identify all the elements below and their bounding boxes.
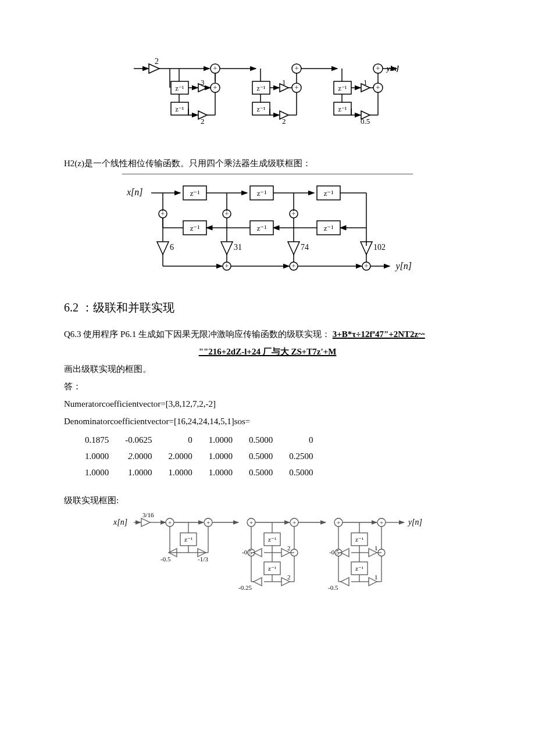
svg-text:z⁻¹: z⁻¹ (257, 189, 267, 198)
svg-text:x[n]: x[n] (113, 518, 127, 526)
svg-text:+: + (365, 262, 369, 270)
cascade-figure-label: 级联实现框图: (64, 493, 471, 507)
svg-text:y[n]: y[n] (407, 518, 422, 526)
denominator-vec: Denominatorcoefficientvector=[16,24,24,1… (64, 414, 471, 428)
diagram-3: x[n] 3/16 + + z⁻¹ -0.5 -1/3 + + z⁻¹ (64, 512, 471, 615)
svg-marker-112 (221, 242, 233, 255)
svg-text:x[n]: x[n] (126, 187, 143, 197)
svg-text:+: + (380, 519, 383, 526)
svg-text:2: 2 (287, 544, 291, 551)
svg-text:+: + (161, 210, 165, 218)
svg-text:3/16: 3/16 (142, 512, 154, 518)
svg-text:z⁻¹: z⁻¹ (184, 536, 192, 543)
svg-text:z⁻¹: z⁻¹ (324, 224, 334, 232)
draw-prompt: 画出级联实现的框图。 (64, 362, 471, 376)
numerator-vec: Numeratorcoefficientvector=[3,8,12,7,2,-… (64, 397, 471, 411)
svg-text:z⁻¹: z⁻¹ (257, 224, 267, 232)
svg-text:z⁻¹: z⁻¹ (355, 565, 363, 572)
svg-text:z⁻¹: z⁻¹ (190, 189, 200, 198)
svg-text:6: 6 (170, 243, 174, 252)
svg-text:z⁻¹: z⁻¹ (257, 84, 266, 92)
svg-text:+: + (294, 64, 298, 73)
divider (122, 174, 413, 174)
svg-text:-0.5: -0.5 (329, 549, 340, 556)
svg-text:1: 1 (282, 78, 286, 87)
svg-marker-220 (341, 578, 349, 586)
svg-text:+: + (213, 64, 217, 73)
table-row: 1.00001.00001.0000 1.00000.50000.5000 (64, 464, 330, 481)
svg-text:-0.25: -0.25 (238, 584, 252, 591)
svg-text:-0.5: -0.5 (242, 549, 252, 556)
svg-text:-1/3: -1/3 (198, 556, 208, 562)
svg-text:-0.5: -0.5 (328, 584, 338, 591)
answer-label: 答： (64, 379, 471, 393)
svg-text:yin]: yin] (386, 64, 399, 73)
diagram-1: 2 + z⁻¹ 3 + z⁻¹ 2 + z⁻¹ (64, 57, 471, 148)
svg-text:2: 2 (287, 574, 291, 581)
svg-text:+: + (337, 519, 340, 526)
svg-text:+: + (292, 210, 296, 218)
svg-text:3: 3 (201, 78, 205, 87)
q63-line: Q6.3 使用程序 P6.1 生成如下因果无限冲激响应传输函数的级联实现： 3+… (64, 327, 471, 341)
svg-text:z⁻¹: z⁻¹ (268, 536, 276, 543)
svg-text:z⁻¹: z⁻¹ (257, 105, 266, 113)
q63-formula-1: 3+B*τ÷12fª47"+2NT2z~· (333, 329, 425, 339)
svg-marker-136 (141, 518, 150, 526)
svg-text:z⁻¹: z⁻¹ (176, 105, 184, 113)
svg-text:y[n]: y[n] (394, 261, 412, 271)
svg-marker-115 (288, 242, 299, 255)
svg-text:+: + (294, 83, 298, 92)
svg-text:+: + (213, 83, 217, 92)
svg-text:+: + (225, 262, 229, 270)
svg-text:+: + (206, 519, 210, 526)
sos-table: 0.1875-0.06250 1.00000.50000 1.00002.000… (64, 432, 330, 481)
svg-text:2: 2 (155, 57, 159, 66)
svg-text:2: 2 (282, 117, 286, 126)
svg-text:+: + (225, 210, 229, 218)
svg-marker-184 (254, 578, 262, 586)
svg-marker-109 (157, 242, 169, 255)
svg-text:102: 102 (373, 243, 386, 252)
section-title: 6.2 ：级联和并联实现 (64, 298, 471, 317)
svg-text:1: 1 (374, 544, 378, 551)
svg-text:z⁻¹: z⁻¹ (268, 565, 276, 572)
svg-text:+: + (168, 519, 172, 526)
svg-text:+: + (249, 519, 253, 526)
svg-text:z⁻¹: z⁻¹ (338, 84, 347, 92)
table-row: 1.00002.00002.0000 1.00000.50000.2500 (64, 448, 330, 464)
svg-text:z⁻¹: z⁻¹ (176, 84, 184, 92)
svg-text:+: + (292, 262, 296, 270)
svg-text:31: 31 (234, 243, 242, 252)
svg-text:z⁻¹: z⁻¹ (324, 189, 334, 198)
svg-text:z⁻¹: z⁻¹ (355, 536, 363, 543)
svg-text:2: 2 (201, 117, 205, 126)
svg-text:z⁻¹: z⁻¹ (190, 224, 200, 232)
svg-text:1: 1 (363, 78, 368, 87)
svg-text:1: 1 (374, 574, 378, 581)
svg-text:+: + (376, 64, 380, 73)
svg-text:-0.5: -0.5 (160, 556, 171, 562)
q63-formula-2: ""216+2dZ-l+24 厂与大 ZS+T7z'+M (64, 345, 471, 359)
svg-text:+: + (293, 519, 296, 526)
q63-text: Q6.3 使用程序 P6.1 生成如下因果无限冲激响应传输函数的级联实现： (64, 329, 330, 339)
svg-text:0.5: 0.5 (361, 117, 370, 126)
diagram-2: x[n] z⁻¹ z⁻¹ z⁻¹ + + + z⁻¹ z⁻¹ z⁻¹ 6 31 … (64, 179, 471, 282)
table-row: 0.1875-0.06250 1.00000.50000 (64, 432, 330, 448)
text-h2z: H2(z)是一个线性相位传输函数。只用四个乘法器生成级联框图： (64, 156, 471, 170)
svg-text:+: + (376, 83, 380, 92)
svg-text:74: 74 (301, 243, 309, 252)
svg-text:z⁻¹: z⁻¹ (338, 105, 347, 113)
